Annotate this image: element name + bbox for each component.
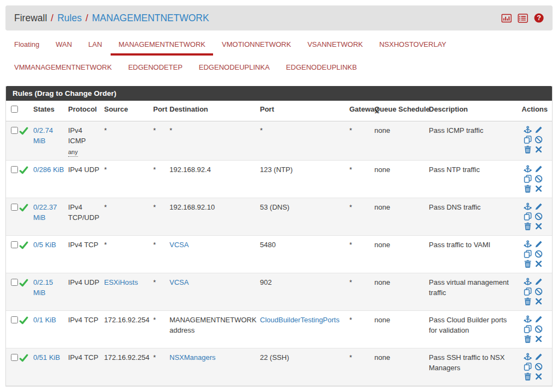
close-icon[interactable] <box>535 222 543 230</box>
states-link[interactable]: 0/2.15 MiB <box>33 278 53 297</box>
copy-icon[interactable] <box>524 363 532 371</box>
tab-vsannetwork[interactable]: VSANNETWORK <box>307 40 363 56</box>
close-icon[interactable] <box>535 372 543 381</box>
tab-edgenodeuplinka[interactable]: EDGENODEUPLINKA <box>199 63 270 78</box>
close-icon[interactable] <box>535 185 543 193</box>
description-cell: Pass traffic to VAMI <box>429 240 514 250</box>
tab-nsxhostoverlay[interactable]: NSXHOSTOVERLAY <box>379 40 446 56</box>
anchor-icon[interactable] <box>524 278 532 286</box>
rule-row[interactable]: 0/2.74 MiB IPv4 ICMPany * * * * * none P… <box>6 121 552 161</box>
states-link[interactable]: 0/286 KiB <box>33 166 64 174</box>
edit-icon[interactable] <box>535 126 543 134</box>
row-checkbox[interactable] <box>11 166 18 173</box>
source-port-cell: * <box>153 353 169 363</box>
edit-icon[interactable] <box>535 165 543 173</box>
row-checkbox[interactable] <box>11 316 18 323</box>
copy-icon[interactable] <box>524 175 532 183</box>
anchor-icon[interactable] <box>524 240 532 248</box>
protocol-cell: IPv4 UDP <box>68 278 104 288</box>
disable-icon[interactable] <box>535 325 543 333</box>
edit-icon[interactable] <box>535 240 543 248</box>
anchor-icon[interactable] <box>524 165 532 173</box>
delete-icon[interactable] <box>524 335 532 343</box>
destination-alias-link[interactable]: VCSA <box>169 241 189 249</box>
destination-alias-link[interactable]: VCSA <box>169 278 189 286</box>
copy-icon[interactable] <box>524 136 532 144</box>
help-icon[interactable]: ? <box>534 13 544 23</box>
delete-icon[interactable] <box>524 260 532 268</box>
rule-row[interactable]: 0/1 KiB IPv4 TCP 172.16.92.254 * MANAGEM… <box>6 311 552 348</box>
tab-edgenodeuplinkb[interactable]: EDGENODEUPLINKB <box>286 63 357 78</box>
breadcrumb-interface-link[interactable]: MANAGEMENTNETWORK <box>92 13 209 24</box>
anchor-icon[interactable] <box>524 315 532 323</box>
edit-icon[interactable] <box>535 278 543 286</box>
copy-icon[interactable] <box>524 250 532 258</box>
rule-row[interactable]: 0/22.37 MiB IPv4 TCP/UDP * * 192.168.92.… <box>6 198 552 236</box>
copy-icon[interactable] <box>524 287 532 296</box>
close-icon[interactable] <box>535 260 543 268</box>
close-icon[interactable] <box>535 145 543 154</box>
states-link[interactable]: 0/5 KiB <box>33 241 56 249</box>
description-cell: Pass Cloud Builder ports for validation <box>429 315 514 336</box>
queue-cell: none <box>374 126 398 136</box>
anchor-icon[interactable] <box>524 353 532 361</box>
edit-icon[interactable] <box>535 315 543 323</box>
edit-icon[interactable] <box>535 203 543 211</box>
anchor-icon[interactable] <box>524 203 532 211</box>
row-actions <box>524 203 548 230</box>
delete-icon[interactable] <box>524 145 532 154</box>
breadcrumb-rules-link[interactable]: Rules <box>57 13 82 24</box>
row-checkbox[interactable] <box>11 127 18 134</box>
tab-vmmanagementnetwork[interactable]: VMMANAGEMENTNETWORK <box>14 63 112 78</box>
states-link[interactable]: 0/2.74 MiB <box>33 126 53 145</box>
rule-row[interactable]: 0/286 KiB IPv4 UDP * * 192.168.92.4 123 … <box>6 161 552 198</box>
close-icon[interactable] <box>535 297 543 305</box>
queue-cell: none <box>374 240 398 250</box>
status-chart-icon[interactable] <box>501 14 512 23</box>
disable-icon[interactable] <box>535 250 543 258</box>
row-checkbox[interactable] <box>11 279 18 286</box>
close-icon[interactable] <box>535 335 543 343</box>
gateway-cell: * <box>349 240 374 250</box>
disable-icon[interactable] <box>535 136 543 144</box>
states-link[interactable]: 0/22.37 MiB <box>33 203 57 222</box>
anchor-icon[interactable] <box>524 126 532 134</box>
tab-floating[interactable]: Floating <box>14 40 39 56</box>
source-cell: * <box>104 165 153 175</box>
rule-row[interactable]: 0/51 KiB IPv4 TCP 172.16.92.254 * NSXMan… <box>6 348 552 386</box>
copy-icon[interactable] <box>524 212 532 220</box>
select-all-checkbox[interactable] <box>11 106 18 113</box>
delete-icon[interactable] <box>524 372 532 381</box>
disable-icon[interactable] <box>535 212 543 220</box>
copy-icon[interactable] <box>524 325 532 333</box>
destination-alias-link[interactable]: NSXManagers <box>169 353 216 362</box>
states-link[interactable]: 0/1 KiB <box>33 316 56 324</box>
states-link[interactable]: 0/51 KiB <box>33 353 60 362</box>
gateway-cell: * <box>349 165 374 175</box>
rule-row[interactable]: 0/5 KiB IPv4 TCP * * VCSA 5480 * none Pa… <box>6 236 552 273</box>
delete-icon[interactable] <box>524 185 532 193</box>
dest-port-cell: * <box>260 126 349 136</box>
disable-icon[interactable] <box>535 363 543 371</box>
log-icon[interactable] <box>518 14 528 23</box>
tab-managementnetwork[interactable]: MANAGEMENTNETWORK <box>111 40 213 56</box>
row-checkbox[interactable] <box>11 354 18 361</box>
source-cell: * <box>104 240 153 250</box>
row-checkbox[interactable] <box>11 204 18 211</box>
queue-cell: none <box>374 203 398 213</box>
edit-icon[interactable] <box>535 353 543 361</box>
rule-row[interactable]: 0/2.15 MiB IPv4 UDP ESXiHosts * VCSA 902… <box>6 273 552 311</box>
source-alias-link[interactable]: ESXiHosts <box>104 278 138 286</box>
tab-vmotionnetwork[interactable]: VMOTIONNETWORK <box>222 40 291 56</box>
dest-port-alias-link[interactable]: CloudBuilderTestingPorts <box>260 316 339 324</box>
row-checkbox[interactable] <box>11 241 18 248</box>
tab-wan[interactable]: WAN <box>56 40 72 56</box>
table-header-row: States Protocol Source Port Destination … <box>6 101 552 121</box>
tab-edgenodetep[interactable]: EDGENODETEP <box>128 63 183 78</box>
delete-icon[interactable] <box>524 222 532 230</box>
delete-icon[interactable] <box>524 297 532 305</box>
disable-icon[interactable] <box>535 287 543 296</box>
disable-icon[interactable] <box>535 175 543 183</box>
tab-lan[interactable]: LAN <box>88 40 102 56</box>
icmp-subtype-link[interactable]: any <box>68 148 78 157</box>
